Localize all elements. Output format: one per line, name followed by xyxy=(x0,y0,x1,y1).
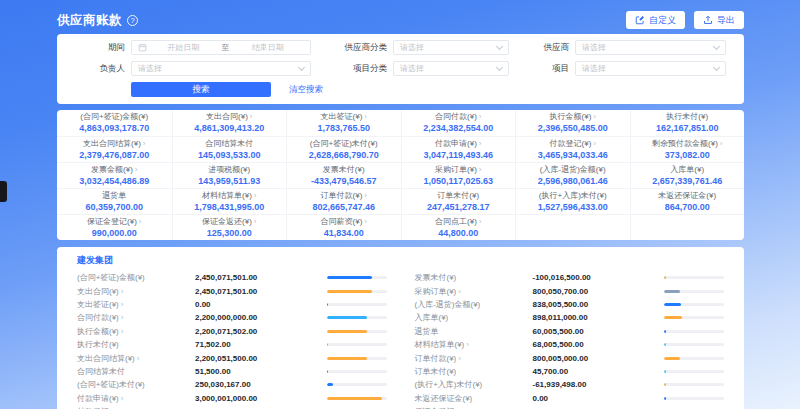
metric-bar xyxy=(327,370,387,373)
export-icon xyxy=(703,15,713,25)
group-metric-value: 0.00 xyxy=(533,394,651,403)
group-metric-row[interactable]: 订单付款(¥)›800,005,000.00 xyxy=(415,351,725,364)
metric-bar-fill xyxy=(664,330,666,333)
metric-card[interactable]: 进项税额(¥)143,959,511.93 xyxy=(172,162,287,188)
metric-card[interactable]: 订单未付(¥)247,451,278.17 xyxy=(401,188,516,214)
metric-card[interactable]: (合同+签证)金额(¥)4,863,093,178.70 xyxy=(57,110,172,136)
metric-card[interactable]: (执行+入库)未付(¥)1,527,596,433.00 xyxy=(515,188,630,214)
metric-card[interactable]: 订单付款(¥)›802,665,747.46 xyxy=(286,188,401,214)
metric-card[interactable]: 支出签证(¥)›1,783,765.50 xyxy=(286,110,401,136)
metric-value: 4,863,093,178.70 xyxy=(79,124,149,133)
group-metric-label[interactable]: 支出合同结算(¥)› xyxy=(77,353,195,364)
customize-button[interactable]: 自定义 xyxy=(626,11,685,29)
metric-bar-fill xyxy=(327,397,383,400)
group-name[interactable]: 建发集团 xyxy=(77,254,724,267)
drawer-toggle[interactable] xyxy=(0,181,7,202)
metric-value: 1,527,596,433.00 xyxy=(538,203,608,212)
metric-card[interactable]: 发票金额(¥)›3,032,454,486.89 xyxy=(57,162,172,188)
group-metric-row: 合同结算未付51,500.00 xyxy=(77,365,387,378)
period-range-input[interactable]: 开始日期 至 结束日期 xyxy=(131,40,311,55)
metric-card[interactable]: 支出合同结算(¥)›2,379,476,087.00 xyxy=(57,136,172,162)
metric-label: 入库单(¥) xyxy=(670,166,704,174)
drill-chevron-icon: › xyxy=(458,287,461,296)
metric-card[interactable]: 付款申请(¥)›3,047,119,493.46 xyxy=(401,136,516,162)
group-metric-label[interactable]: 支出签证(¥)› xyxy=(77,299,195,310)
metric-card-empty xyxy=(630,214,745,240)
drill-chevron-icon: › xyxy=(139,217,142,226)
metric-value: 1,798,431,995.00 xyxy=(194,203,264,212)
group-metric-label[interactable]: 材料结算单(¥)› xyxy=(415,339,533,350)
supplier-filter: 供应商 请选择 xyxy=(509,40,726,55)
drill-chevron-icon: › xyxy=(458,354,461,363)
metric-value: 2,234,382,554.00 xyxy=(423,124,493,133)
metric-card[interactable]: 合同结算未付145,093,533.00 xyxy=(172,136,287,162)
group-metric-label[interactable]: 执行金额(¥)› xyxy=(77,326,195,337)
group-metric-row[interactable]: 合同付款(¥)›2,200,000,000.00 xyxy=(77,311,387,324)
drill-chevron-icon: › xyxy=(250,112,253,121)
drill-chevron-icon: › xyxy=(121,313,124,322)
metric-bar xyxy=(327,343,387,346)
metric-card[interactable]: 保证金返还(¥)›125,300.00 xyxy=(172,214,287,240)
metric-card[interactable]: 执行未付(¥)162,167,851.00 xyxy=(630,110,745,136)
group-metric-label[interactable]: 采购订单(¥)› xyxy=(415,286,533,297)
group-metric-row[interactable]: 材料结算单(¥)›68,005,500.00 xyxy=(415,338,725,351)
select-placeholder: 请选择 xyxy=(582,63,606,74)
metric-card[interactable]: 采购订单(¥)›1,050,117,025.63 xyxy=(401,162,516,188)
metric-card[interactable]: 未返还保证金(¥)864,700.00 xyxy=(630,188,745,214)
group-metric-row[interactable]: 支出签证(¥)›0.00 xyxy=(77,298,387,311)
metric-bar-fill xyxy=(327,357,368,360)
search-button[interactable]: 搜索 xyxy=(131,82,271,97)
group-metric-value: 2,200,051,500.00 xyxy=(195,354,313,363)
metric-card[interactable]: 保证金登记(¥)›990,000.00 xyxy=(57,214,172,240)
group-metric-row[interactable]: 执行金额(¥)›2,200,071,502.00 xyxy=(77,325,387,338)
clear-search-link[interactable]: 清空搜索 xyxy=(289,84,323,96)
filter-actions: 搜索 清空搜索 xyxy=(75,82,726,97)
export-button[interactable]: 导出 xyxy=(694,11,744,29)
metric-value: 802,665,747.46 xyxy=(312,203,375,212)
owner-select[interactable]: 请选择 xyxy=(131,61,311,76)
metric-value: 4,861,309,413.20 xyxy=(194,124,264,133)
group-metric-row[interactable]: 付款申请(¥)›3,000,001,000.00 xyxy=(77,392,387,405)
metric-label: 执行未付(¥) xyxy=(666,113,708,121)
filter-panel: 期间 开始日期 至 结束日期 供应商分类 请选择 供应商 xyxy=(57,34,744,104)
group-metric-label[interactable]: 支出合同(¥)› xyxy=(77,286,195,297)
metric-card[interactable]: 支出合同(¥)›4,861,309,413.20 xyxy=(172,110,287,136)
metric-card[interactable]: 材料结算单(¥)›1,798,431,995.00 xyxy=(172,188,287,214)
help-icon[interactable]: ? xyxy=(127,15,138,26)
project-select[interactable]: 请选择 xyxy=(575,61,726,76)
group-metric-label[interactable]: 订单付款(¥)› xyxy=(415,353,533,364)
metric-card[interactable]: 剩余预付款金额(¥)›373,082.00 xyxy=(630,136,745,162)
metric-card[interactable]: 合同付款(¥)›2,234,382,554.00 xyxy=(401,110,516,136)
supplier-select[interactable]: 请选择 xyxy=(575,40,726,55)
metric-card[interactable]: 退货单60,359,700.00 xyxy=(57,188,172,214)
group-metric-row[interactable]: 保证金登记(¥)›0.00 xyxy=(415,405,725,409)
group-metric-row[interactable]: 支出合同结算(¥)›2,200,051,500.00 xyxy=(77,351,387,364)
group-metric-label: (合同+签证)金额(¥) xyxy=(77,272,195,283)
group-metric-row[interactable]: 支出合同(¥)›2,450,071,501.00 xyxy=(77,284,387,297)
project-category-select[interactable]: 请选择 xyxy=(393,61,509,76)
group-col-right: 发票未付(¥)-100,016,500.00采购订单(¥)›800,050,70… xyxy=(415,271,725,409)
group-metric-row[interactable]: 采购订单(¥)›800,050,700.00 xyxy=(415,284,725,297)
metric-card[interactable]: 合同点工(¥)›44,800.00 xyxy=(401,214,516,240)
metric-card[interactable]: 入库单(¥)2,657,339,761.46 xyxy=(630,162,745,188)
metric-bar-fill xyxy=(664,383,666,386)
metric-card[interactable]: 发票未付(¥)-433,479,546.57 xyxy=(286,162,401,188)
supplier-category-select[interactable]: 请选择 xyxy=(393,40,509,55)
metric-bar-fill xyxy=(664,397,666,400)
metric-card[interactable]: (合同+签证)未付(¥)2,628,668,790.70 xyxy=(286,136,401,162)
metric-card[interactable]: 合同薪资(¥)›41,834.00 xyxy=(286,214,401,240)
group-metric-row[interactable]: 付款登记(¥)›3,100,016,500.00 xyxy=(77,405,387,409)
metric-card[interactable]: 付款登记(¥)›3,465,934,033.46 xyxy=(515,136,630,162)
filter-row-1: 期间 开始日期 至 结束日期 供应商分类 请选择 供应商 xyxy=(75,40,726,55)
drill-chevron-icon: › xyxy=(254,217,257,226)
metric-card[interactable]: 执行金额(¥)›2,396,550,485.00 xyxy=(515,110,630,136)
group-panel: 建发集团 (合同+签证)金额(¥)2,450,071,501.00支出合同(¥)… xyxy=(57,247,744,409)
group-metric-row: 退货单60,005,500.00 xyxy=(415,325,725,338)
metric-value: 373,082.00 xyxy=(665,151,710,160)
group-metric-label[interactable]: 合同付款(¥)› xyxy=(77,312,195,323)
metric-label: 执行金额(¥)› xyxy=(550,113,596,121)
group-metric-label[interactable]: 付款申请(¥)› xyxy=(77,393,195,404)
metric-card[interactable]: (入库-退货)金额(¥)2,596,980,061.46 xyxy=(515,162,630,188)
group-metric-value: 2,200,000,000.00 xyxy=(195,313,313,322)
metric-value: 143,959,511.93 xyxy=(198,177,260,186)
